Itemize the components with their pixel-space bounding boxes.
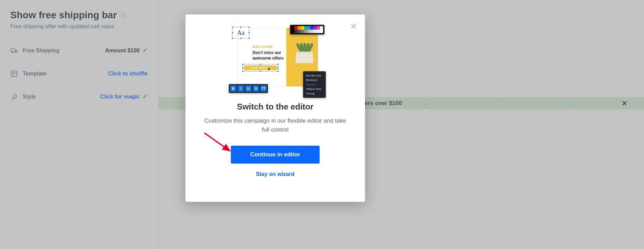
switch-editor-modal: WELCOME Don't miss our awesome offers Aa… bbox=[185, 14, 365, 202]
cursor-icon bbox=[267, 67, 272, 74]
modal-title: Switch to the editor bbox=[198, 102, 353, 112]
illus-tagline: Don't miss our awesome offers bbox=[253, 50, 284, 61]
editor-illustration: WELCOME Don't miss our awesome offers Aa… bbox=[229, 27, 322, 96]
text-selection-box: Aa bbox=[232, 27, 249, 39]
modal-close-button[interactable] bbox=[350, 22, 357, 31]
plant-icon bbox=[294, 42, 314, 63]
continue-in-editor-button[interactable]: Continue in editor bbox=[231, 146, 320, 164]
modal-description: Customize this campaign in our flexible … bbox=[198, 116, 353, 135]
illus-welcome: WELCOME bbox=[253, 45, 273, 49]
format-toolbar: B I U S TT bbox=[229, 84, 268, 93]
font-menu: Secular One Shrikhand Signika Titillium … bbox=[303, 71, 326, 98]
color-palette bbox=[290, 25, 324, 34]
cta-selection-box: SEE MORE bbox=[243, 64, 278, 72]
stay-on-wizard-button[interactable]: Stay on wizard bbox=[256, 171, 294, 177]
